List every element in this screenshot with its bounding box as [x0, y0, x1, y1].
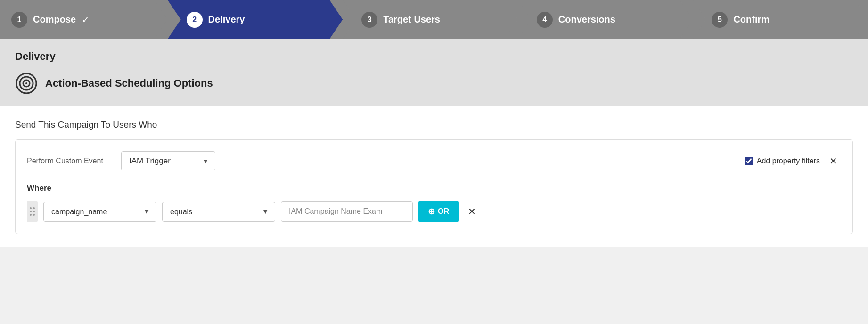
step-conversions[interactable]: 4 Conversions	[518, 0, 693, 39]
add-property-label[interactable]: Add property filters	[745, 157, 820, 165]
step-delivery-number: 2	[187, 12, 203, 28]
step-conversions-label: Conversions	[558, 14, 615, 25]
delivery-title: Delivery	[15, 50, 853, 63]
where-label: Where	[27, 184, 841, 193]
target-icon	[15, 72, 38, 95]
or-button[interactable]: ⊕ OR	[418, 201, 459, 222]
scheduling-row: Action-Based Scheduling Options	[15, 72, 853, 95]
stepper: 1 Compose ✓ 2 Delivery 3 Target Users 4 …	[0, 0, 868, 39]
step-confirm[interactable]: 5 Confirm	[693, 0, 868, 39]
drag-dot	[30, 214, 32, 216]
property-filters-right: Add property filters ✕	[745, 154, 841, 168]
field-select[interactable]: campaign_name	[43, 202, 156, 222]
drag-dot-row-3	[30, 214, 35, 216]
step-target-number: 3	[361, 12, 377, 28]
step-compose-number: 1	[11, 12, 27, 28]
plus-icon: ⊕	[428, 206, 435, 217]
check-icon: ✓	[82, 14, 90, 25]
filter-value-input[interactable]	[281, 201, 413, 222]
step-compose-label: Compose	[33, 14, 76, 25]
step-confirm-label: Confirm	[733, 14, 770, 25]
step-target-users[interactable]: 3 Target Users	[343, 0, 518, 39]
drag-dot-row-2	[30, 211, 35, 212]
scheduling-label: Action-Based Scheduling Options	[45, 77, 213, 89]
filter-row: campaign_name ▼ equals ▼ ⊕ OR	[27, 201, 841, 222]
event-close-button[interactable]: ✕	[826, 154, 841, 168]
svg-point-3	[25, 82, 27, 84]
filter-box: Perform Custom Event IAM Trigger ▼ Add p…	[15, 139, 853, 234]
condition-select[interactable]: equals	[162, 202, 275, 222]
event-select[interactable]: IAM Trigger	[121, 151, 215, 170]
step-compose[interactable]: 1 Compose ✓	[0, 0, 168, 39]
drag-dot	[30, 207, 32, 209]
drag-dot	[33, 211, 35, 212]
event-row: Perform Custom Event IAM Trigger ▼ Add p…	[27, 151, 841, 170]
drag-handle[interactable]	[27, 201, 38, 222]
step-delivery-label: Delivery	[208, 14, 245, 25]
drag-dot	[30, 211, 32, 212]
or-button-label: OR	[438, 207, 449, 216]
filter-close-button[interactable]: ✕	[464, 204, 480, 219]
add-property-checkbox[interactable]	[745, 157, 753, 165]
step-delivery[interactable]: 2 Delivery	[168, 0, 343, 39]
drag-dot	[33, 214, 35, 216]
step-conversions-number: 4	[537, 12, 553, 28]
condition-select-wrapper: equals ▼	[162, 202, 275, 222]
field-select-wrapper: campaign_name ▼	[43, 202, 156, 222]
delivery-header: Delivery Action-Based Scheduling Options	[0, 39, 868, 106]
drag-dot	[33, 207, 35, 209]
main-content: Delivery Action-Based Scheduling Options…	[0, 39, 868, 247]
send-title: Send This Campaign To Users Who	[15, 120, 853, 130]
perform-event-label: Perform Custom Event	[27, 157, 112, 165]
step-confirm-number: 5	[712, 12, 728, 28]
add-property-text: Add property filters	[757, 157, 820, 165]
drag-dot-row-1	[30, 207, 35, 209]
event-select-wrapper: IAM Trigger ▼	[121, 151, 215, 170]
content-section: Send This Campaign To Users Who Perform …	[0, 106, 868, 247]
step-target-label: Target Users	[383, 14, 440, 25]
